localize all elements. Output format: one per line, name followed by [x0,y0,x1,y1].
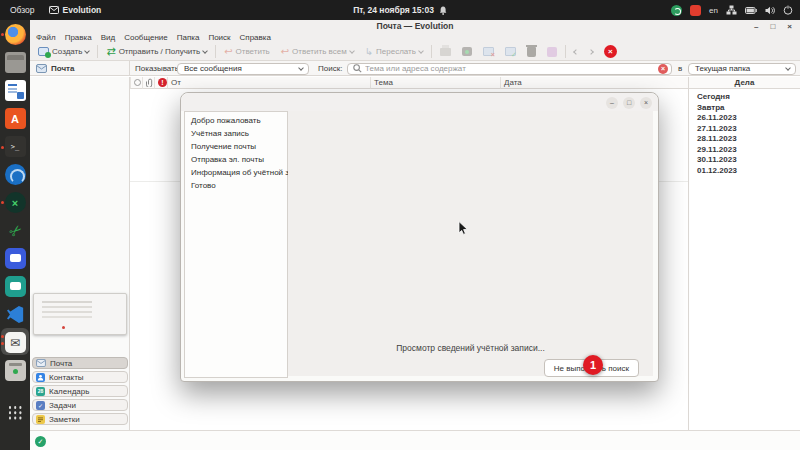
green-app-indicator-icon[interactable] [671,5,682,16]
wizard-step-receiving: Получение почты [185,140,287,153]
next-message-button[interactable] [586,48,596,56]
account-wizard-dialog: – □ × Добро пожаловать Учётная запись По… [180,92,659,382]
separator [431,45,432,58]
separator [215,45,216,58]
task-group-row[interactable]: 29.11.2023 [689,145,800,156]
menu-file[interactable]: Файл [36,33,56,42]
firefox-icon[interactable] [5,24,26,45]
window-titlebar[interactable]: Почта — Evolution – □ × [30,20,800,32]
new-mail-icon [38,47,49,56]
menu-folder[interactable]: Папка [177,33,200,42]
mark-junk-button[interactable]: × [480,45,497,58]
libreoffice-writer-icon[interactable] [5,80,26,101]
terminal-icon[interactable]: >_ [5,136,26,157]
reply-button[interactable]: ↩ Ответить [221,45,273,58]
power-icon [783,5,793,15]
print-button[interactable] [437,46,454,58]
lookup-status-text: Просмотр сведений учётной записи... [288,343,653,353]
important-column-header[interactable]: ! [155,77,168,89]
menu-edit[interactable]: Правка [65,33,92,42]
contacts-icon [36,373,45,382]
ubuntu-software-icon[interactable]: A [5,108,26,129]
scissors-glyph: ✂ [4,220,25,242]
delete-button[interactable] [524,45,539,59]
subject-column-header[interactable]: Тема [371,77,501,89]
not-junk-mail-icon: ✓ [505,47,516,56]
app-grid-icon[interactable] [5,402,26,423]
select-column-header[interactable] [130,77,143,89]
search-entry[interactable]: × [347,63,672,75]
evolution-dock-icon[interactable]: ✉ [5,332,26,353]
forward-button[interactable]: ↳ Переслать [362,45,426,58]
activities-button[interactable]: Обзор [10,5,35,15]
date-column-header[interactable]: Дата [501,77,688,89]
switcher-calendar-button[interactable]: 28 Календарь [32,385,128,397]
task-group-row[interactable]: 01.12.2023 [689,166,800,177]
x2go-icon[interactable]: × [5,192,26,213]
messaging-app-icon[interactable] [5,276,26,297]
mark-button[interactable] [544,45,560,59]
previous-message-button[interactable] [571,48,581,56]
vscode-icon[interactable] [5,304,26,325]
clock-menu[interactable]: Пт, 24 ноября 15:03 [353,0,447,20]
minimize-button[interactable]: – [754,20,758,33]
send-receive-button[interactable]: ⇄ Отправить / Получить [103,45,210,58]
dialog-titlebar[interactable]: – □ × [181,93,658,111]
tasks-pane-header: Дела [688,77,800,89]
switcher-contacts-button[interactable]: Контакты [32,371,128,383]
tasks-pane[interactable]: Сегодня Завтра 26.11.2023 27.11.2023 28.… [688,89,800,430]
menu-view[interactable]: Вид [101,33,115,42]
search-label: Поиск: [318,61,342,76]
annotation-badge-1[interactable]: 1 [583,355,603,375]
stop-icon: × [604,45,617,58]
cancel-operation-button[interactable]: × [601,43,620,60]
keyboard-layout-indicator[interactable]: en [709,6,718,15]
switcher-mail-button[interactable]: Почта [32,357,128,369]
task-group-row[interactable]: Завтра [689,103,800,114]
attachment-column-header[interactable] [143,77,155,89]
date-column-label: Дата [504,78,522,87]
mark-not-junk-button[interactable]: ✓ [502,45,519,58]
search-scope-value: Текущая папка [695,64,750,73]
menu-message[interactable]: Сообщение [124,33,168,42]
task-group-row[interactable]: 28.11.2023 [689,134,800,145]
task-group-row[interactable]: 27.11.2023 [689,124,800,135]
online-status-icon[interactable]: ✓ [35,436,46,447]
remmina-icon[interactable] [5,164,26,185]
files-icon[interactable] [5,52,26,73]
clear-search-icon[interactable]: × [658,64,668,74]
switcher-tasks-button[interactable]: ✓ Задачи [32,399,128,411]
printer-icon [440,48,451,56]
close-button[interactable]: × [787,20,792,33]
toolbar: Создать ⇄ Отправить / Получить ↩ Ответит… [30,43,800,61]
menu-bar: Файл Правка Вид Сообщение Папка Поиск Сп… [30,32,800,43]
folder-tree-pane[interactable]: Почта Контакты 28 Календарь ✓ Задачи [30,89,130,430]
maximize-button[interactable]: □ [770,20,775,33]
chevron-left-icon [573,49,579,55]
task-group-row[interactable]: Сегодня [689,92,800,103]
system-status-area[interactable]: en [671,0,793,20]
folder-pane-header: Почта [30,61,130,76]
dialog-minimize-button[interactable]: – [606,97,618,109]
chat-app-icon[interactable] [5,248,26,269]
dialog-close-button[interactable]: × [640,97,652,109]
screenshot-tool-icon[interactable]: ✂ [0,216,30,246]
search-scope-dropdown[interactable]: Текущая папка [688,63,796,75]
task-group-row[interactable]: 30.11.2023 [689,155,800,166]
trash-icon[interactable] [5,360,26,381]
task-group-row[interactable]: 26.11.2023 [689,113,800,124]
switcher-memos-button[interactable]: Заметки [32,413,128,425]
archive-button[interactable] [459,45,475,58]
view-switcher: Почта Контакты 28 Календарь ✓ Задачи [32,357,128,427]
search-input[interactable] [365,64,655,73]
new-message-button[interactable]: Создать [35,45,92,58]
menu-search[interactable]: Поиск [208,33,230,42]
list-header-row: ! От Тема Дата Дела [30,77,800,89]
red-app-indicator-icon[interactable] [690,5,701,16]
focused-app-menu[interactable]: Evolution [49,5,102,15]
dialog-maximize-button[interactable]: □ [623,97,635,109]
from-column-header[interactable]: От [168,77,371,89]
reply-all-button[interactable]: ↩ Ответить всем [278,45,357,58]
menu-help[interactable]: Справка [240,33,271,42]
message-filter-dropdown[interactable]: Все сообщения [177,63,309,75]
